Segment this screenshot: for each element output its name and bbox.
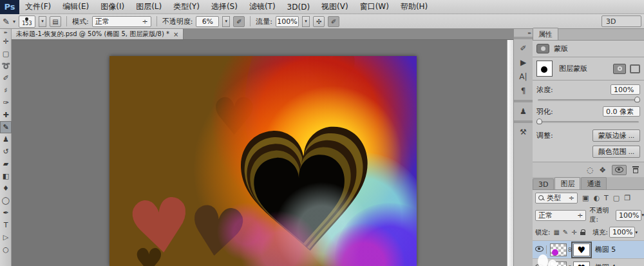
menu-image[interactable]: 图像(I) — [95, 1, 130, 12]
panel-group-header[interactable] — [514, 100, 533, 102]
menu-file[interactable]: 文件(F) — [19, 1, 57, 12]
mask-edge-button[interactable]: 蒙版边缘 ... — [592, 129, 640, 142]
menu-help[interactable]: 帮助(H) — [395, 1, 433, 12]
lock-position-icon[interactable]: ✛ — [571, 229, 576, 236]
panel-group-header[interactable] — [514, 120, 533, 123]
feather-slider[interactable] — [538, 121, 639, 123]
tool-presets-panel-icon[interactable]: ⚒ — [514, 125, 533, 139]
clone-stamp-tool[interactable]: ♟ — [0, 133, 12, 146]
filter-smartobject-icon[interactable]: ❐ — [624, 194, 630, 202]
brush-tool[interactable]: ✎ — [0, 121, 12, 133]
density-slider[interactable] — [538, 99, 639, 101]
menu-filter[interactable]: 滤镜(T) — [243, 1, 281, 12]
flow-caret[interactable]: ▾ — [302, 16, 310, 27]
density-slider-knob[interactable] — [634, 97, 640, 102]
lock-pixels-icon[interactable]: ✎ — [563, 229, 568, 236]
vertical-scrollbar[interactable] — [507, 40, 513, 266]
menu-layer[interactable]: 图层(L) — [130, 1, 167, 12]
filter-shape-icon[interactable]: ▢ — [613, 194, 620, 202]
pasteboard[interactable]: ♥ ♥ ♥ ♥ ♥ — [12, 40, 507, 266]
brush-picker-caret[interactable]: ▾ — [39, 16, 46, 27]
tab-layers[interactable]: 图层 — [554, 177, 580, 189]
workspace-switcher-3d[interactable]: 3D — [601, 15, 641, 27]
move-tool[interactable]: ✛ — [0, 35, 12, 48]
airbrush-button[interactable]: ✣ — [313, 16, 325, 27]
history-brush-tool[interactable]: ↺ — [0, 146, 12, 158]
blend-mode-select[interactable]: 正常 ÷ — [92, 16, 151, 27]
character-panel-icon[interactable]: A| — [514, 70, 533, 84]
layer-name[interactable]: 椭圆 4 — [595, 263, 616, 266]
layers-blend-mode-select[interactable]: 正常 ÷ — [535, 210, 586, 221]
feather-slider-knob[interactable] — [536, 119, 542, 124]
opacity-input[interactable]: 6% — [196, 16, 219, 27]
type-tool[interactable]: T — [0, 219, 12, 231]
marquee-tool[interactable]: ▢ — [0, 48, 12, 60]
menu-type[interactable]: 类型(Y) — [167, 1, 205, 12]
menu-edit[interactable]: 编辑(E) — [57, 1, 95, 12]
canvas-image[interactable]: ♥ ♥ ♥ ♥ ♥ — [109, 56, 417, 266]
mask-label: 蒙版 — [554, 44, 568, 53]
menu-view[interactable]: 视图(V) — [316, 1, 354, 12]
menu-select[interactable]: 选择(S) — [205, 1, 243, 12]
paragraph-panel-icon[interactable]: ¶ — [514, 84, 533, 98]
density-value[interactable]: 100% — [611, 84, 640, 95]
layer-filter-select[interactable]: 类型 ÷ — [535, 193, 578, 204]
layer-row-ellipse5[interactable]: 8 ♥ 椭圆 5 — [533, 240, 644, 258]
load-selection-icon[interactable]: ◌ — [587, 166, 593, 174]
eraser-tool[interactable]: ▰ — [0, 158, 12, 170]
tab-channels[interactable]: 通道 — [581, 177, 607, 189]
layer-mask-thumbnail[interactable]: ♥ — [573, 261, 590, 266]
filter-adjustment-icon[interactable]: ◐ — [593, 194, 600, 202]
size-pressure-button[interactable]: ✐ — [328, 16, 339, 27]
color-range-button[interactable]: 颜色范围 ... — [592, 146, 640, 158]
layer-mask-thumbnail[interactable]: ♥ — [573, 243, 590, 256]
gradient-tool[interactable]: ◧ — [0, 170, 12, 182]
path-selection-tool[interactable]: ▷ — [0, 231, 12, 243]
opacity-caret[interactable]: ▾ — [222, 16, 230, 27]
layer-thumbnail[interactable] — [550, 243, 567, 256]
layer-mask-label: 图层蒙版 — [559, 64, 587, 73]
feather-value[interactable]: 0.0 像素 — [603, 106, 640, 117]
brush-panel-icon[interactable]: ✐ — [514, 41, 533, 55]
shape-tool[interactable]: ○ — [0, 243, 12, 256]
toggle-mask-icon[interactable] — [612, 165, 627, 175]
crop-tool[interactable]: ♯ — [0, 84, 12, 97]
lasso-tool[interactable]: ➰ — [0, 60, 12, 72]
tab-3d[interactable]: 3D — [533, 178, 554, 189]
toolbar-collapse-icon[interactable]: ▸▸ — [0, 29, 11, 35]
menu-3d[interactable]: 3D(D) — [281, 3, 316, 12]
document-tab[interactable]: 未标题-1-恢复的.psd @ 50% (椭圆 5, 图层蒙版/8) * × — [12, 29, 184, 39]
add-vector-mask-button[interactable] — [630, 64, 640, 73]
opacity-pressure-button[interactable]: ✐ — [233, 16, 245, 27]
close-document-icon[interactable]: × — [173, 31, 178, 38]
filter-pixel-icon[interactable]: ▣ — [582, 194, 589, 202]
layer-mask-thumbnail[interactable] — [536, 61, 553, 77]
clone-source-panel-icon[interactable]: ♟ — [514, 104, 533, 119]
filter-type-icon[interactable]: T — [604, 194, 609, 202]
eyedropper-tool[interactable]: ✑ — [0, 97, 12, 109]
apply-mask-icon[interactable]: ❖ — [599, 166, 606, 174]
tool-preset-caret-icon[interactable]: ▾ — [13, 19, 15, 24]
fill-input[interactable]: 100% ▾ — [609, 227, 635, 238]
healing-brush-tool[interactable]: ✚ — [0, 109, 12, 121]
flow-input[interactable]: 100% — [276, 16, 299, 27]
layers-opacity-input[interactable]: 100% ▾ — [616, 210, 641, 221]
panel-strip-collapse-icon[interactable]: ▸▸ — [514, 29, 533, 35]
select-layer-mask-button[interactable] — [613, 64, 626, 74]
quick-selection-tool[interactable]: ✐ — [0, 72, 12, 84]
delete-mask-icon[interactable] — [632, 166, 639, 175]
menu-window[interactable]: 窗口(W) — [354, 1, 395, 12]
panel-group-header[interactable] — [514, 37, 533, 39]
lock-all-icon[interactable] — [580, 229, 585, 235]
blur-tool[interactable]: ♦ — [0, 182, 12, 195]
tab-properties[interactable]: 属性 — [533, 28, 558, 40]
current-brush-icon[interactable]: ✎ — [3, 17, 10, 26]
actions-panel-icon[interactable]: ▶ — [514, 55, 533, 70]
brush-preset-picker[interactable]: 153 — [19, 15, 35, 28]
toggle-brush-panel-button[interactable]: ▤ — [50, 16, 61, 27]
layer-visibility-toggle[interactable] — [535, 245, 547, 254]
dodge-tool[interactable]: ◯ — [0, 195, 12, 207]
layer-name[interactable]: 椭圆 5 — [595, 245, 616, 254]
pen-tool[interactable]: ✒ — [0, 207, 12, 219]
lock-transparency-icon[interactable]: ▦ — [553, 229, 559, 236]
